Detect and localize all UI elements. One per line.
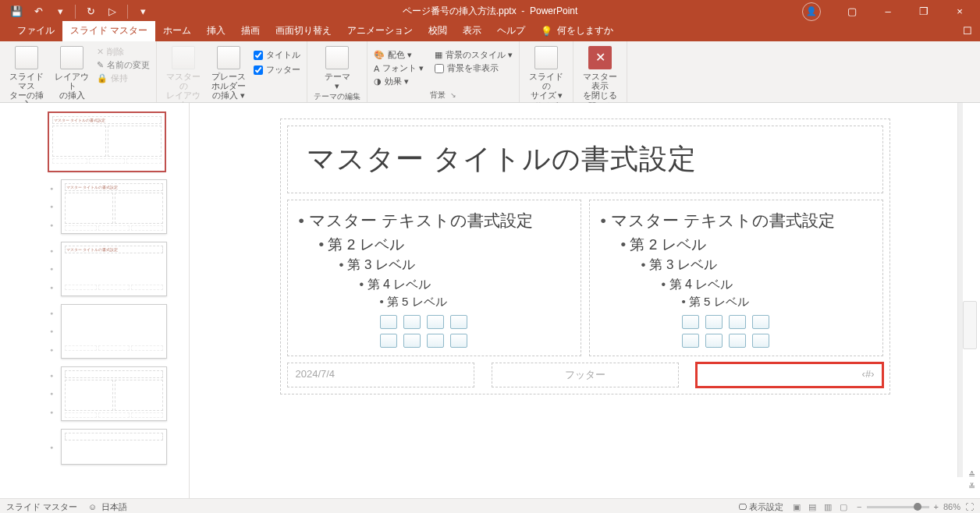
quick-access-toolbar: 💾 ↶ ▾ ↻ ▷ ▾ xyxy=(0,2,153,22)
start-slideshow-button[interactable]: ▷ xyxy=(102,2,123,22)
insert-layout-button[interactable]: レイアウト の挿入 xyxy=(51,43,92,100)
content-insert-icons xyxy=(299,315,570,348)
smartart-icon[interactable] xyxy=(729,315,746,329)
fonts-button[interactable]: A フォント ▾ xyxy=(374,62,424,74)
smartart-icon[interactable] xyxy=(427,315,444,329)
bg-dialog-launcher[interactable]: ↘ xyxy=(450,91,456,99)
layout-thumbnail[interactable]: ●●● xyxy=(0,366,189,421)
tab-animations[interactable]: アニメーション xyxy=(339,21,421,41)
bg-styles-button[interactable]: ▦ 背景のスタイル ▾ xyxy=(435,49,513,61)
tab-file[interactable]: ファイル xyxy=(9,21,62,41)
group-close: ✕マスター表示 を閉じる 閉じる xyxy=(573,41,627,102)
view-buttons: ▣ ▤ ▥ ▢ xyxy=(791,502,849,512)
account-button[interactable]: 👤 xyxy=(802,2,821,21)
slide-number-placeholder[interactable]: ‹#› xyxy=(696,363,883,387)
tab-review[interactable]: 校閲 xyxy=(421,21,455,41)
content-placeholder-left[interactable]: マスター テキストの書式設定 第 2 レベル 第 3 レベル 第 4 レベル 第… xyxy=(287,200,581,356)
restore-button[interactable]: ❐ xyxy=(907,0,941,23)
rename-button[interactable]: ✎ 名前の変更 xyxy=(97,59,150,71)
tab-insert[interactable]: 挿入 xyxy=(199,21,233,41)
bulb-icon: 💡 xyxy=(541,26,552,37)
scrollbar-track[interactable] xyxy=(957,103,963,477)
group-master-edit: スライド マス ターの挿入 レイアウト の挿入 ✕ 削除 ✎ 名前の変更 🔒 保… xyxy=(0,41,157,102)
title-placeholder[interactable]: マスター タイトルの書式設定 xyxy=(287,126,883,193)
3d-icon[interactable] xyxy=(752,315,769,329)
checkbox-title[interactable]: タイトル xyxy=(254,49,300,61)
tab-help[interactable]: ヘルプ xyxy=(489,21,533,41)
tab-home[interactable]: ホーム xyxy=(155,21,199,41)
effects-button[interactable]: ◑ 効果 ▾ xyxy=(374,76,424,87)
master-thumbnail[interactable]: ●●● マスター タイトルの書式設定 xyxy=(0,112,189,172)
3d-icon[interactable] xyxy=(450,315,467,329)
thumbnail-pane[interactable]: ●●● マスター タイトルの書式設定 ●●● マスター タイトルの書式設定 ●●… xyxy=(0,103,190,498)
picture-icon[interactable] xyxy=(682,334,699,348)
video-icon[interactable] xyxy=(729,334,746,348)
zoom-out-button[interactable]: − xyxy=(857,502,861,511)
online-pic-icon[interactable] xyxy=(403,334,421,348)
online-pic-icon[interactable] xyxy=(705,334,723,348)
slide-edit-area[interactable]: ≙ ≚ マスター タイトルの書式設定 マスター テキストの書式設定 第 2 レベ… xyxy=(190,103,980,498)
icon-icon[interactable] xyxy=(752,334,769,348)
lang-icon[interactable]: ☺ xyxy=(88,502,97,511)
next-slide-button[interactable]: ≚ xyxy=(968,482,975,492)
zoom-level[interactable]: 86% xyxy=(943,502,960,511)
insert-placeholder-button[interactable]: プレースホルダー の挿入 ▾ xyxy=(208,43,249,100)
title-bar: 💾 ↶ ▾ ↻ ▷ ▾ ページ番号の挿入方法.pptx - PowerPoint… xyxy=(0,0,980,23)
zoom-in-button[interactable]: + xyxy=(934,502,939,511)
redo-button[interactable]: ↻ xyxy=(80,2,101,22)
prev-slide-button[interactable]: ≙ xyxy=(968,470,975,480)
tab-draw[interactable]: 描画 xyxy=(233,21,268,41)
window-controls: 👤 ▢ – ❐ × xyxy=(802,0,980,23)
normal-view-button[interactable]: ▣ xyxy=(791,502,802,512)
display-settings-button[interactable]: 🖵 表示設定 xyxy=(738,501,783,513)
undo-menu[interactable]: ▾ xyxy=(50,2,70,22)
layout-thumbnail[interactable]: ● xyxy=(0,429,189,465)
layout-thumbnail[interactable]: ●●● マスター タイトルの書式設定 xyxy=(0,179,189,234)
picture-icon[interactable] xyxy=(380,334,397,348)
share-button[interactable]: ☐ xyxy=(963,25,972,37)
save-button[interactable]: 💾 xyxy=(6,2,27,22)
reading-view-button[interactable]: ▥ xyxy=(822,502,833,512)
workspace: ●●● マスター タイトルの書式設定 ●●● マスター タイトルの書式設定 ●●… xyxy=(0,103,980,498)
slide-size-button[interactable]: スライドの サイズ ▾ xyxy=(526,43,566,100)
ribbon-tabs: ファイル スライド マスター ホーム 挿入 描画 画面切り替え アニメーション … xyxy=(0,23,980,41)
table-icon[interactable] xyxy=(380,315,397,329)
group-label: 背景↘ xyxy=(430,89,456,102)
close-window-button[interactable]: × xyxy=(943,0,977,23)
chart-icon[interactable] xyxy=(705,315,723,329)
close-icon: ✕ xyxy=(588,46,612,69)
insert-slide-master-button[interactable]: スライド マス ターの挿入 xyxy=(6,43,47,109)
zoom-slider[interactable] xyxy=(867,506,929,508)
checkbox-footers[interactable]: フッター xyxy=(254,64,300,76)
hide-bg-checkbox[interactable]: 背景を非表示 xyxy=(435,62,513,74)
ribbon-display-button[interactable]: ▢ xyxy=(835,0,869,23)
footer-placeholder[interactable]: フッター xyxy=(492,363,679,387)
content-insert-icons xyxy=(601,315,872,348)
video-icon[interactable] xyxy=(427,334,444,348)
slide-master-canvas[interactable]: マスター タイトルの書式設定 マスター テキストの書式設定 第 2 レベル 第 … xyxy=(280,119,890,394)
layout-thumbnail[interactable]: ●●● マスター タイトルの書式設定 xyxy=(0,242,189,296)
minimize-button[interactable]: – xyxy=(871,0,905,23)
fit-button[interactable]: ⛶ xyxy=(965,502,974,511)
zoom-control: − + 86% ⛶ xyxy=(857,502,974,511)
tell-me[interactable]: 💡 何をしますか xyxy=(533,22,621,41)
layout-thumbnail[interactable]: ●●● xyxy=(0,304,189,359)
tab-transitions[interactable]: 画面切り替え xyxy=(268,21,339,41)
date-placeholder[interactable]: 2024/7/4 xyxy=(287,363,474,387)
tab-view[interactable]: 表示 xyxy=(455,21,489,41)
qat-more-button[interactable]: ▾ xyxy=(133,2,153,22)
slideshow-view-button[interactable]: ▢ xyxy=(838,502,849,512)
tab-slide-master[interactable]: スライド マスター xyxy=(62,21,155,41)
close-master-view-button[interactable]: ✕マスター表示 を閉じる xyxy=(580,43,620,100)
group-label: テーマの編集 xyxy=(314,90,360,104)
undo-button[interactable]: ↶ xyxy=(28,2,48,22)
content-placeholder-right[interactable]: マスター テキストの書式設定 第 2 レベル 第 3 レベル 第 4 レベル 第… xyxy=(589,200,883,356)
sorter-view-button[interactable]: ▤ xyxy=(807,502,818,512)
icon-icon[interactable] xyxy=(450,334,467,348)
chart-icon[interactable] xyxy=(403,315,421,329)
colors-button[interactable]: 🎨 配色 ▾ xyxy=(374,49,424,61)
vertical-scrollbar[interactable] xyxy=(963,301,977,349)
status-language[interactable]: 日本語 xyxy=(101,501,127,513)
table-icon[interactable] xyxy=(682,315,699,329)
themes-button[interactable]: テーマ ▾ xyxy=(317,43,357,90)
